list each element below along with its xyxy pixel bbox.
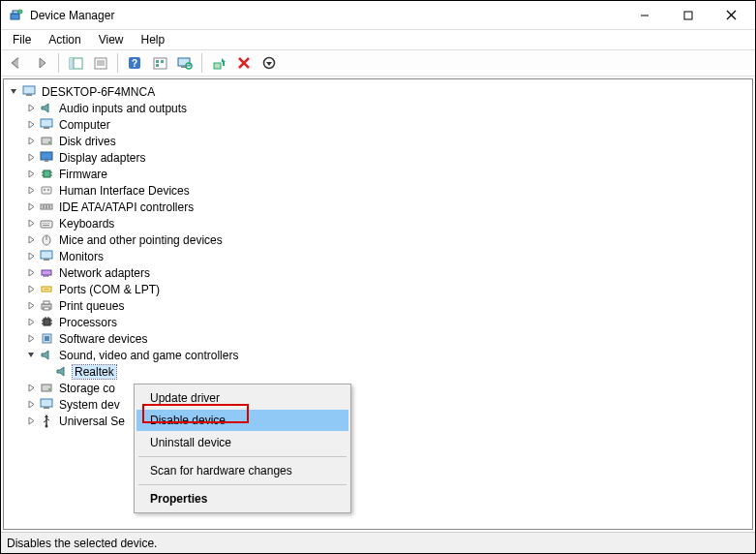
svg-rect-82 <box>44 407 49 409</box>
svg-rect-19 <box>156 64 159 67</box>
tree-category[interactable]: Processors <box>6 314 750 330</box>
expander-right-icon[interactable] <box>23 232 39 248</box>
tree-category[interactable]: Audio inputs and outputs <box>6 100 750 116</box>
cm-scan-hardware[interactable]: Scan for hardware changes <box>136 460 348 481</box>
close-button[interactable] <box>710 1 753 29</box>
disable-button[interactable] <box>257 52 281 74</box>
tree-category[interactable]: Disk drives <box>6 133 750 149</box>
tree-category[interactable]: Network adapters <box>6 264 750 281</box>
svg-point-43 <box>44 189 45 191</box>
category-icon <box>39 134 54 149</box>
cm-disable-device[interactable]: Disable device <box>136 410 348 431</box>
tree-category[interactable]: Computer <box>6 116 750 133</box>
cm-separator <box>138 484 347 485</box>
svg-rect-69 <box>44 307 49 310</box>
tree-category[interactable]: Software devices <box>6 330 750 347</box>
minimize-button[interactable] <box>622 1 666 29</box>
svg-rect-48 <box>48 205 50 208</box>
expander-right-icon[interactable] <box>23 315 39 330</box>
cm-uninstall-device[interactable]: Uninstall device <box>136 432 348 453</box>
tree-category[interactable]: Keyboards <box>6 215 750 231</box>
tree-category[interactable]: Mice and other pointing devices <box>6 231 750 248</box>
menu-view[interactable]: View <box>91 31 132 48</box>
expander-right-icon[interactable] <box>23 101 39 116</box>
icon-view-button[interactable] <box>148 52 171 74</box>
svg-rect-52 <box>46 223 47 224</box>
tree-category[interactable]: System dev <box>6 396 750 413</box>
expander-right-icon[interactable] <box>23 117 39 133</box>
expander-right-icon[interactable] <box>23 282 39 297</box>
expander-down-icon[interactable] <box>6 84 21 100</box>
expander-right-icon[interactable] <box>23 249 39 264</box>
expander-right-icon[interactable] <box>23 134 39 149</box>
help-button[interactable]: ? <box>123 52 146 74</box>
forward-button[interactable] <box>30 52 53 74</box>
device-tree[interactable]: DESKTOP-6F4MNCA Audio inputs and outputs… <box>3 78 753 530</box>
cm-properties[interactable]: Properties <box>136 488 348 509</box>
tree-category-label: Mice and other pointing devices <box>57 233 225 247</box>
category-icon <box>39 117 54 133</box>
expander-right-icon[interactable] <box>23 183 39 199</box>
maximize-button[interactable] <box>666 1 710 29</box>
category-icon <box>39 265 54 281</box>
back-button[interactable] <box>5 52 28 74</box>
svg-rect-0 <box>11 14 19 19</box>
expander-right-icon[interactable] <box>23 167 39 182</box>
tree-category-label: Universal Se <box>57 415 127 428</box>
scan-hardware-button[interactable] <box>173 52 197 74</box>
cm-separator <box>138 456 347 457</box>
tree-category-label: Processors <box>57 316 119 329</box>
tree-category[interactable]: Firmware <box>6 166 750 182</box>
svg-rect-57 <box>41 251 52 259</box>
svg-rect-20 <box>178 58 190 66</box>
svg-marker-84 <box>45 415 48 417</box>
tree-root[interactable]: DESKTOP-6F4MNCA <box>6 83 750 100</box>
svg-rect-17 <box>156 60 159 63</box>
uninstall-button[interactable] <box>232 52 256 74</box>
tree-category[interactable]: Universal Se <box>6 413 750 429</box>
svg-rect-62 <box>47 275 48 277</box>
category-icon <box>39 183 54 199</box>
tree-device-selected[interactable]: Realtek <box>6 363 750 380</box>
app-icon <box>9 8 24 23</box>
tree-category[interactable]: Human Interface Devices <box>6 182 750 199</box>
tree-category[interactable]: Monitors <box>6 248 750 264</box>
menu-action[interactable]: Action <box>41 31 88 48</box>
svg-rect-70 <box>44 319 50 325</box>
expander-right-icon[interactable] <box>23 397 39 413</box>
expander-right-icon[interactable] <box>23 331 39 347</box>
tree-category-label: Network adapters <box>57 266 152 280</box>
show-hide-tree-button[interactable] <box>64 52 87 74</box>
menu-file[interactable]: File <box>5 31 39 48</box>
expander-right-icon[interactable] <box>23 200 39 215</box>
svg-point-83 <box>45 424 48 427</box>
expander-right-icon[interactable] <box>23 265 39 281</box>
svg-rect-79 <box>42 385 51 391</box>
cm-update-driver[interactable]: Update driver <box>136 387 348 409</box>
tree-category[interactable]: IDE ATA/ATAPI controllers <box>6 199 750 215</box>
svg-rect-36 <box>45 160 48 162</box>
tree-category[interactable]: Ports (COM & LPT) <box>6 281 750 297</box>
menu-help[interactable]: Help <box>134 31 173 48</box>
tree-category-label: Disk drives <box>57 135 118 148</box>
update-driver-button[interactable] <box>207 52 230 74</box>
svg-rect-1 <box>13 11 18 14</box>
tree-category[interactable]: Display adapters <box>6 149 750 166</box>
expander-right-icon[interactable] <box>23 150 39 166</box>
expander-right-icon[interactable] <box>23 414 39 429</box>
svg-rect-47 <box>45 205 47 208</box>
tree-category[interactable]: Sound, video and game controllers <box>6 347 750 363</box>
tree-category[interactable]: Storage co <box>6 380 750 396</box>
svg-rect-51 <box>45 223 45 224</box>
tree-category-label: IDE ATA/ATAPI controllers <box>57 200 196 214</box>
properties-button[interactable] <box>89 52 112 74</box>
expander-right-icon[interactable] <box>23 298 39 314</box>
toolbar-separator <box>117 53 118 73</box>
tree-category-label: Firmware <box>57 168 109 181</box>
svg-rect-35 <box>41 152 52 160</box>
expander-right-icon[interactable] <box>23 381 39 396</box>
tree-category[interactable]: Print queues <box>6 297 750 314</box>
expander-down-icon[interactable] <box>23 348 39 363</box>
svg-rect-16 <box>154 58 166 69</box>
expander-right-icon[interactable] <box>23 216 39 231</box>
